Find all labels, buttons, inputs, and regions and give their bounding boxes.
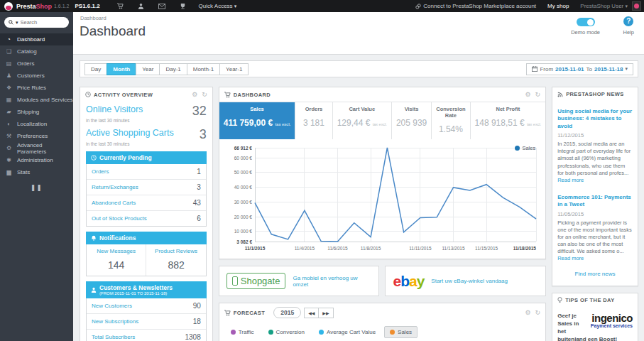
topbar: PrestaShop 1.6.1.2 PS1.6.1.2 Quick Acces…	[0, 0, 644, 12]
online-visitors-link[interactable]: Online Visitors	[86, 104, 143, 114]
product-reviews-value: 882	[148, 259, 204, 271]
demo-mode-control: Demo mode	[571, 18, 600, 36]
active-carts-subtitle: in the last 30 minutes	[86, 141, 207, 146]
sidebar-item-price-rules[interactable]: ❖Price Rules	[0, 82, 73, 94]
period-month-button[interactable]: Month	[107, 63, 136, 75]
collapse-sidebar-icon[interactable]: ❚❚	[0, 184, 73, 191]
messages-icon[interactable]	[158, 4, 165, 9]
forecast-year[interactable]: 2015	[273, 307, 301, 318]
shipping-icon: ▰	[6, 109, 12, 115]
forecast-series-traffic[interactable]: Traffic	[225, 326, 260, 338]
row-new-customers: New Customers90	[87, 298, 206, 314]
clock-icon	[85, 92, 91, 97]
date-range-picker[interactable]: From2015-11-01 To2015-11-18 ▾	[526, 63, 633, 75]
orders-icon: ▤	[6, 60, 12, 67]
forecast-series-average-cart-value[interactable]: Average Cart Value	[313, 326, 381, 338]
refresh-icon[interactable]: ↻	[535, 309, 541, 316]
sidebar-item-stats[interactable]: ▆Stats	[0, 166, 73, 178]
customer-icon[interactable]	[138, 3, 144, 9]
lightbulb-icon	[557, 297, 562, 303]
news-article-title[interactable]: Ecommerce 101: Payments in a Tweet	[557, 194, 633, 209]
news-article-date: 11/05/2015	[557, 211, 633, 217]
breadcrumb[interactable]: Dashboard	[80, 15, 107, 21]
quick-access-menu[interactable]: Quick Access ▾	[199, 3, 237, 9]
pending-row-out-of-stock: Out of Stock Products6	[87, 211, 206, 226]
kpi-cart-value[interactable]: Cart Value129,44 € tax excl.	[333, 102, 392, 139]
trophy-icon[interactable]	[180, 3, 186, 9]
dashboard-panel: DASHBOARD ⚙↻ Sales411 759,00 € tax excl.…	[219, 87, 546, 259]
search-icon	[9, 20, 13, 25]
previous-year-button[interactable]: ◀◀	[304, 308, 319, 318]
sidebar-item-shipping[interactable]: ▰Shipping	[0, 106, 73, 118]
period-day-button[interactable]: Day	[84, 63, 107, 75]
help-icon[interactable]: ?	[623, 16, 633, 26]
settings-gear-icon[interactable]: ⚙	[525, 91, 531, 98]
news-article-excerpt: In 2015, social media are an integral pa…	[557, 141, 633, 184]
panel-title: PRESTASHOP NEWS	[566, 91, 624, 97]
settings-gear-icon[interactable]: ⚙	[525, 309, 531, 316]
forecast-series-conversion[interactable]: Conversion	[263, 326, 310, 338]
user-avatar[interactable]	[632, 1, 641, 11]
period-year-button[interactable]: Year	[136, 63, 160, 75]
search-scope-caret-icon[interactable]: ▾	[16, 20, 18, 26]
search-input[interactable]	[21, 19, 58, 26]
active-carts-link[interactable]: Active Shopping Carts	[86, 128, 174, 138]
new-messages-link[interactable]: New Messages	[88, 248, 144, 254]
row-link[interactable]: Total Subscribers	[92, 334, 135, 340]
user-icon	[91, 287, 97, 293]
marketplace-link[interactable]: Connect to PrestaShop Marketplace accoun…	[415, 3, 536, 9]
read-more-link[interactable]: Read more	[557, 255, 584, 261]
kpi-conversion-rate[interactable]: Conversion Rate1.54%	[432, 102, 470, 139]
product-reviews-link[interactable]: Product Reviews	[148, 248, 204, 254]
panel-title: DASHBOARD	[234, 92, 271, 98]
sidebar-item-customers[interactable]: ♟Customers	[0, 70, 73, 82]
kpi-row: Sales411 759,00 € tax excl. Orders3 181 …	[219, 102, 545, 139]
find-more-news-link[interactable]: Find more news	[557, 271, 633, 277]
sidebar-item-modules[interactable]: ▦Modules and Services	[0, 94, 73, 106]
refresh-icon[interactable]: ↻	[535, 91, 541, 98]
news-article-date: 11/12/2015	[557, 132, 633, 139]
kpi-sales[interactable]: Sales411 759,00 € tax excl.	[219, 102, 295, 139]
period-month-1-button[interactable]: Month-1	[187, 63, 220, 75]
sidebar-item-localization[interactable]: ◐Localization	[0, 118, 73, 130]
sidebar-item-orders[interactable]: ▤Orders	[0, 58, 73, 70]
brand[interactable]: PrestaShop	[16, 3, 52, 10]
sidebar-item-preferences[interactable]: ⚒Preferences	[0, 130, 73, 142]
row-link[interactable]: Orders	[92, 168, 109, 175]
period-year-1-button[interactable]: Year-1	[219, 63, 249, 75]
sidebar-item-dashboard[interactable]: ◔Dashboard	[0, 33, 73, 45]
forecast-series-sales[interactable]: Sales	[384, 326, 417, 338]
sidebar-item-administration[interactable]: ✱Administration	[0, 154, 73, 166]
sidebar-item-catalog[interactable]: ❏Catalog	[0, 45, 73, 58]
kpi-net-profit[interactable]: Net Profit148 918,51 € tax excl.	[471, 102, 546, 139]
ebay-link[interactable]: Start uw eBay-winkel vandaag	[431, 278, 508, 284]
row-new-subscriptions: New Subscriptions18	[87, 314, 206, 330]
row-link[interactable]: New Customers	[92, 303, 132, 309]
user-menu[interactable]: PrestaShop User ▾	[580, 3, 628, 9]
sidebar-search[interactable]: ▾	[4, 17, 69, 28]
phone-icon	[232, 276, 238, 286]
shopgate-link[interactable]: Ga mobiel en verhoog uw omzet	[293, 275, 371, 288]
customers-newsletters-header: Customers & Newsletters(FROM 2015-11-01 …	[86, 281, 207, 298]
my-shop-link[interactable]: My shop	[547, 3, 569, 9]
news-article-title[interactable]: Using social media for your business: 4 …	[557, 108, 633, 130]
chart-legend[interactable]: Sales	[515, 145, 535, 151]
row-link[interactable]: Return/Exchanges	[92, 184, 138, 190]
row-link[interactable]: New Subscriptions	[92, 318, 138, 325]
new-messages-cell: New Messages 144	[87, 244, 146, 276]
kpi-orders[interactable]: Orders3 181	[295, 102, 332, 139]
period-day-1-button[interactable]: Day-1	[159, 63, 187, 75]
product-reviews-cell: Product Reviews 882	[146, 244, 205, 276]
next-year-button[interactable]: ▶▶	[318, 308, 333, 318]
sidebar-item-advanced-parameters[interactable]: ⚙Advanced Parameters	[0, 142, 73, 154]
kpi-visits[interactable]: Visits205 939	[392, 102, 432, 139]
demo-mode-toggle[interactable]	[577, 18, 595, 26]
prestashop-dashboard: PrestaShop 1.6.1.2 PS1.6.1.2 Quick Acces…	[0, 0, 644, 341]
row-link[interactable]: Abandoned Carts	[92, 200, 136, 206]
cart-icon[interactable]	[117, 3, 124, 9]
row-link[interactable]: Out of Stock Products	[92, 215, 147, 222]
read-more-link[interactable]: Read more	[557, 177, 584, 183]
settings-gear-icon[interactable]: ⚙	[192, 91, 197, 98]
refresh-icon[interactable]: ↻	[202, 91, 207, 98]
shop-name[interactable]: PS1.6.1.2	[75, 3, 99, 9]
